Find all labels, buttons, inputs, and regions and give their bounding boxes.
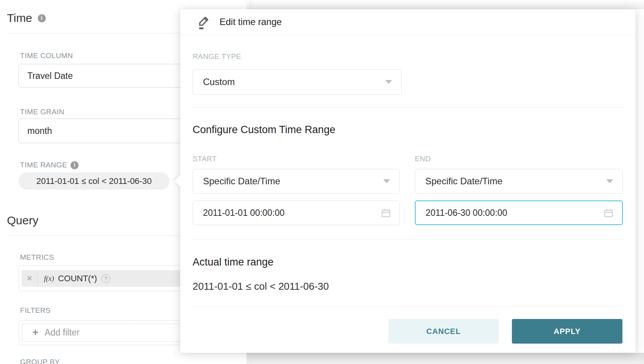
apply-button[interactable]: APPLY bbox=[512, 319, 622, 344]
content-divider bbox=[193, 107, 623, 108]
end-column: END Specific Date/Time 2011-06-30 00:00:… bbox=[415, 155, 623, 225]
metrics-label: METRICS bbox=[20, 253, 54, 262]
chevron-down-icon bbox=[385, 80, 392, 84]
time-section-title-text: Time bbox=[7, 12, 32, 25]
range-type-label: RANGE TYPE bbox=[193, 52, 241, 61]
plus-icon: + bbox=[32, 327, 39, 338]
time-grain-value: month bbox=[27, 126, 52, 136]
start-column: START Specific Date/Time 2011-01-01 00:0… bbox=[193, 155, 400, 225]
start-datetime-value: 2011-01-01 00:00:00 bbox=[203, 208, 285, 218]
range-type-value: Custom bbox=[203, 77, 235, 87]
time-column-value: Travel Date bbox=[27, 71, 73, 81]
range-type-select[interactable]: Custom bbox=[193, 69, 402, 95]
group-by-label-text: GROUP BY bbox=[20, 358, 60, 364]
query-section-title-text: Query bbox=[7, 214, 39, 227]
filters-label: FILTERS bbox=[20, 306, 51, 315]
configure-heading: Configure Custom Time Range bbox=[193, 124, 335, 136]
start-type-select[interactable]: Specific Date/Time bbox=[193, 169, 400, 194]
calendar-icon[interactable] bbox=[603, 207, 614, 219]
info-icon[interactable]: i bbox=[70, 161, 79, 169]
calendar-icon[interactable] bbox=[380, 207, 392, 219]
time-range-label: TIME RANGE i bbox=[20, 161, 79, 169]
page: Time i TIME COLUMN Travel Date TIME GRAI… bbox=[0, 0, 644, 364]
popover-title: Edit time range bbox=[220, 17, 282, 27]
footer-divider bbox=[193, 306, 623, 307]
add-filter-label: Add filter bbox=[45, 327, 80, 338]
query-section-title: Query bbox=[7, 214, 39, 227]
end-type-select[interactable]: Specific Date/Time bbox=[415, 169, 623, 194]
end-datetime-value: 2011-06-30 00:00:00 bbox=[426, 208, 507, 218]
header-divider bbox=[180, 35, 636, 35]
info-icon[interactable]: i bbox=[38, 14, 46, 22]
end-type-value: Specific Date/Time bbox=[425, 176, 503, 187]
chevron-down-icon bbox=[383, 179, 390, 183]
filters-label-text: FILTERS bbox=[20, 306, 51, 315]
pencil-icon bbox=[196, 14, 211, 30]
actual-time-range-heading: Actual time range bbox=[193, 256, 273, 268]
metric-name: COUNT(*) bbox=[58, 274, 97, 284]
cancel-button[interactable]: CANCEL bbox=[388, 319, 499, 344]
time-column-label-text: TIME COLUMN bbox=[20, 52, 73, 60]
time-range-pill-text: 2011-01-01 ≤ col < 2011-06-30 bbox=[36, 176, 151, 186]
start-type-value: Specific Date/Time bbox=[203, 176, 280, 187]
end-datetime-input[interactable]: 2011-06-30 00:00:00 bbox=[415, 200, 623, 225]
time-grain-label: TIME GRAIN bbox=[20, 108, 64, 116]
panel-edge-line bbox=[250, 353, 251, 364]
time-column-label: TIME COLUMN bbox=[20, 52, 73, 60]
group-by-label: GROUP BY bbox=[20, 358, 60, 364]
content-divider bbox=[193, 239, 623, 240]
actual-time-range-value: 2011-01-01 ≤ col < 2011-06-30 bbox=[193, 281, 329, 292]
edit-time-range-popover: Edit time range RANGE TYPE Custom Config… bbox=[180, 9, 636, 353]
chevron-down-icon bbox=[606, 179, 613, 183]
panel-edge-line bbox=[250, 0, 251, 9]
start-label: START bbox=[193, 155, 400, 163]
start-datetime-input[interactable]: 2011-01-01 00:00:00 bbox=[193, 200, 400, 225]
time-range-label-text: TIME RANGE bbox=[20, 161, 67, 169]
time-section-title: Time i bbox=[7, 12, 46, 25]
metrics-label-text: METRICS bbox=[20, 253, 54, 262]
time-grain-label-text: TIME GRAIN bbox=[20, 108, 64, 116]
end-label: END bbox=[415, 155, 623, 163]
remove-metric-icon[interactable]: ✕ bbox=[22, 270, 38, 287]
popover-header: Edit time range bbox=[180, 9, 636, 35]
function-icon: f(x) bbox=[44, 274, 54, 283]
time-range-pill[interactable]: 2011-01-01 ≤ col < 2011-06-30 bbox=[18, 172, 169, 190]
metric-help-icon[interactable]: ? bbox=[102, 274, 110, 283]
